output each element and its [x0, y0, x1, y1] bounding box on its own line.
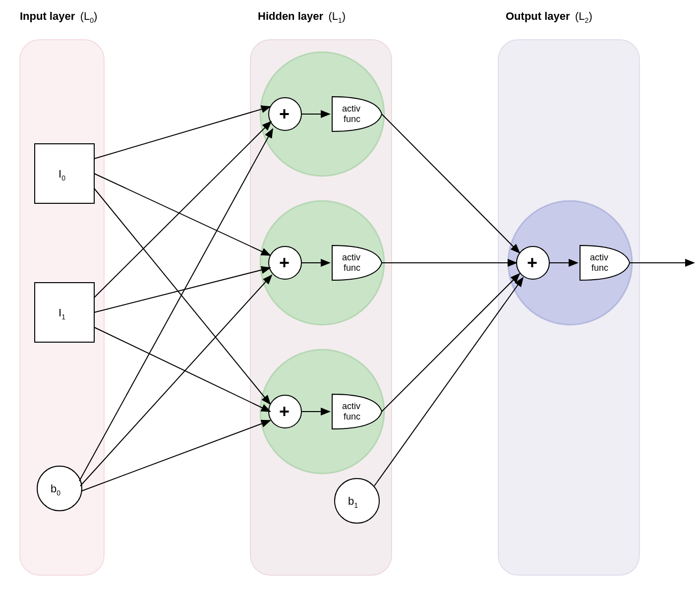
hidden-neuron-1-activ2: func: [344, 114, 360, 124]
neural-network-diagram: Input layer (L0) I0 I1 b0 Hidden layer (…: [0, 0, 700, 601]
output-layer-title: Output layer (L2): [506, 10, 592, 24]
input-node-i1: I1: [35, 283, 94, 342]
svg-line-17: [82, 421, 270, 491]
svg-line-11: [94, 188, 270, 404]
svg-point-3: [37, 466, 82, 511]
hidden-neuron-2: + activ func: [260, 201, 384, 325]
bias-node-b1: b1: [335, 479, 379, 523]
hidden-neuron-2-activ1: activ: [342, 252, 360, 262]
hidden-neuron-3-activ1: activ: [342, 401, 360, 411]
hidden-neuron-2-activ2: func: [344, 263, 360, 273]
output-neuron: + activ func: [508, 201, 632, 325]
svg-line-14: [94, 327, 270, 412]
output-neuron-activ1: activ: [590, 252, 608, 262]
svg-rect-2: [35, 283, 94, 342]
hidden-layer-title: Hidden layer (L1): [258, 10, 346, 24]
output-neuron-sum-label: +: [527, 252, 537, 273]
hidden-neuron-1: + activ func: [260, 52, 384, 176]
hidden-neuron-1-sum-label: +: [279, 104, 290, 124]
input-layer-title: Input layer (L0): [20, 10, 97, 24]
hidden-neuron-2-sum-label: +: [279, 252, 290, 273]
bias-node-b0: b0: [37, 466, 82, 511]
svg-rect-1: [35, 144, 94, 203]
svg-line-16: [80, 275, 272, 486]
output-neuron-activ2: func: [591, 263, 608, 273]
edges-input-to-hidden: [79, 107, 273, 491]
svg-line-12: [94, 121, 271, 298]
svg-line-9: [94, 107, 270, 159]
input-node-i0: I0: [35, 144, 94, 203]
hidden-neuron-3-activ2: func: [344, 412, 360, 421]
hidden-neuron-3-sum-label: +: [279, 401, 290, 421]
hidden-neuron-3: + activ func: [260, 350, 384, 474]
svg-line-10: [94, 174, 270, 255]
hidden-neuron-1-activ1: activ: [342, 104, 360, 114]
svg-point-7: [335, 479, 379, 523]
svg-line-15: [79, 129, 273, 481]
